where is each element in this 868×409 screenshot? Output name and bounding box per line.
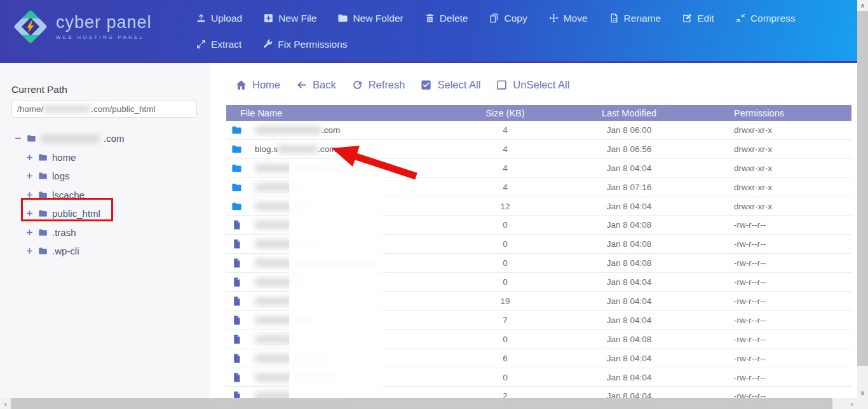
scroll-right-button[interactable]: › [846,398,857,409]
tree-item-wp-cli[interactable]: .wp-cli [25,242,125,261]
action-unselect-all[interactable]: UnSelect All [496,79,569,91]
file-name-cell[interactable] [226,334,458,345]
file-name-cell[interactable] [226,372,458,383]
vertical-scrollbar-thumb[interactable] [857,11,868,366]
table-row-15[interactable]: 2Jan 8 04:04-rw-r--r-- [226,387,851,398]
action-select-all[interactable]: Select All [420,79,480,91]
upload-icon [196,13,207,24]
table-row-7[interactable]: 0Jan 8 04:08-rw-r--r-- [226,235,851,254]
tree-item-logs[interactable]: logs [25,167,125,186]
checkbox-empty-icon [496,79,508,91]
action-label: UnSelect All [513,79,569,91]
table-row-4[interactable]: 4Jan 8 07:16drwxr-xr-x [226,178,851,197]
toolbar-button-delete[interactable]: Delete [424,5,468,31]
scroll-left-button[interactable]: ‹ [0,398,11,409]
last-modified-cell: Jan 8 04:04 [553,296,705,306]
last-modified-cell: Jan 8 04:08 [553,258,705,268]
file-name-cell[interactable] [226,391,458,398]
table-row-1[interactable]: .com4Jan 8 06:00drwxr-xr-x [226,121,851,140]
file-name-cell[interactable] [226,182,458,193]
file-icon [231,296,255,307]
file-icon [231,258,255,268]
redacted-text [255,221,293,229]
size-cell: 2 [458,391,553,398]
size-cell: 0 [458,220,553,230]
horizontal-scrollbar[interactable]: ‹ › [0,398,857,409]
toolbar-button-edit[interactable]: Edit [682,5,714,31]
file-name-cell[interactable] [226,277,458,288]
table-row-9[interactable]: 0Jan 8 04:04-rw-r--r-- [226,273,851,292]
table-row-12[interactable]: 0Jan 8 04:08-rw-r--r-- [226,330,851,349]
redacted-text [255,278,306,286]
table-header: File Name Size (KB) Last Modified Permis… [226,105,851,121]
table-row-8[interactable]: 0Jan 8 04:08-rw-r--r-- [226,254,851,273]
logo-subtitle: WEB HOSTING PANEL [56,34,152,40]
file-name-cell[interactable] [226,296,458,307]
scroll-up-button[interactable]: ∧ [857,0,868,11]
permissions-cell: drwxr-xr-x [705,183,851,192]
size-cell: 4 [458,125,553,135]
horizontal-scrollbar-thumb[interactable] [11,398,832,409]
move-icon [548,13,559,24]
toolbar-button-extract[interactable]: Extract [196,31,241,57]
toolbar-button-upload[interactable]: Upload [196,5,242,31]
toolbar-button-copy[interactable]: Copy [489,5,527,31]
last-modified-cell: Jan 8 07:16 [553,183,705,192]
permissions-cell: -rw-r--r-- [705,277,851,287]
expand-icon [25,209,34,218]
table-row-14[interactable]: 0Jan 8 04:04-rw-r--r-- [226,368,851,387]
cyberpanel-logo[interactable]: cyber panel WEB HOSTING PANEL [14,10,152,43]
action-refresh[interactable]: Refresh [351,79,405,91]
file-name-cell[interactable] [226,201,458,212]
last-modified-cell: Jan 8 04:04 [553,277,705,287]
redacted-text [255,202,309,211]
table-row-3[interactable]: 4Jan 8 04:04drwxr-xr-x [226,159,851,178]
toolbar-button-fix-permissions[interactable]: Fix Permissions [262,31,347,57]
file-name-cell[interactable]: blog.s.com [226,144,458,155]
column-size: Size (KB) [458,108,553,118]
tree-item-lscache[interactable]: lscache [25,186,125,205]
table-row-6[interactable]: 0Jan 8 04:08-rw-r--r-- [226,216,851,235]
file-name-cell[interactable]: .com [226,125,458,135]
tree-item-home[interactable]: home [25,148,125,167]
table-row-10[interactable]: 19Jan 8 04:04-rw-r--r-- [226,292,851,311]
table-row-13[interactable]: 6Jan 8 04:04-rw-r--r-- [226,349,851,368]
tree-item-trash[interactable]: .trash [25,223,125,242]
vertical-scrollbar[interactable]: ∧ ∨ [857,0,868,398]
file-name-cell[interactable] [226,239,458,249]
column-permissions: Permissions [705,108,851,118]
file-name-cell[interactable] [226,258,458,268]
file-name-cell[interactable] [226,219,458,230]
current-path-input[interactable]: /home/.com/public_html [11,100,197,118]
action-back[interactable]: Back [295,79,336,91]
permissions-cell: -rw-r--r-- [705,239,851,249]
checkbox-checked-icon [420,79,432,91]
toolbar-button-new-folder[interactable]: New Folder [337,5,403,31]
toolbar-button-move[interactable]: Move [548,5,588,31]
action-home[interactable]: Home [235,79,280,91]
table-row-2[interactable]: blog.s.com4Jan 8 06:56drwxr-xr-x [226,140,851,159]
sidebar: Current Path /home/.com/public_html .com… [0,63,210,398]
file-name-cell[interactable] [226,353,458,364]
toolbar-button-compress[interactable]: Compress [735,5,796,31]
folder-icon [26,134,37,143]
size-cell: 4 [458,163,553,173]
table-row-11[interactable]: 7Jan 8 04:04-rw-r--r-- [226,311,851,330]
toolbar-button-label: Delete [440,13,468,24]
refresh-icon [351,79,363,91]
toolbar-button-new-file[interactable]: New File [263,5,316,31]
action-label: Refresh [369,79,405,91]
file-icon [231,277,255,288]
file-name-cell[interactable] [226,163,458,174]
toolbar-button-rename[interactable]: Rename [609,5,661,31]
file-name-cell[interactable] [226,315,458,326]
tree-item-public-html[interactable]: public_html [25,204,125,223]
folder-icon [231,201,255,212]
redacted-text [255,240,322,248]
permissions-cell: -rw-r--r-- [705,296,851,306]
table-row-5[interactable]: 12Jan 8 04:04drwxr-xr-x [226,197,851,216]
toolbar-button-label: Edit [697,13,714,24]
redacted-text [255,259,379,267]
scroll-down-button[interactable]: ∨ [857,387,868,398]
tree-item-root-domain[interactable]: .com [14,129,125,148]
